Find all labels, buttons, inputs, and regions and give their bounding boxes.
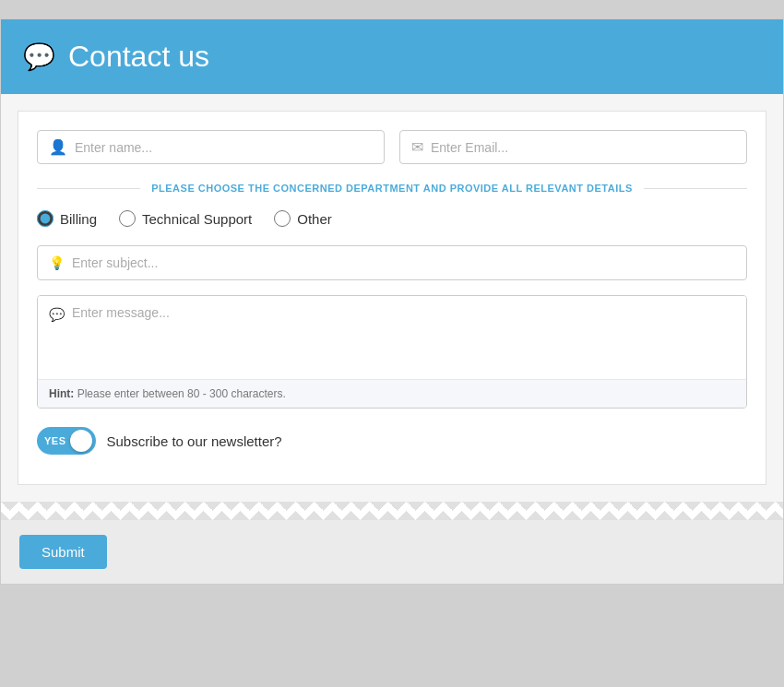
email-input-wrapper: ✉ [399,130,747,164]
hint-text: Please enter between 80 - 300 characters… [77,387,286,400]
subject-input[interactable] [72,255,735,270]
lightbulb-icon: 💡 [49,255,65,270]
zigzag-border [1,502,783,520]
toggle-yes-label: YES [44,435,66,446]
section-label: PLEASE CHOOSE THE CONCERNED DEPARTMENT A… [140,183,644,194]
divider-right [644,188,747,189]
other-radio-item[interactable]: Other [274,210,332,227]
billing-radio[interactable] [37,210,53,227]
main-content: 👤 ✉ PLEASE CHOOSE THE CONCERNED DEPARTME… [18,111,766,485]
message-textarea[interactable] [72,305,735,370]
toggle-circle [70,430,92,452]
page-wrapper: 💬 Contact us 👤 ✉ PLEASE CHOOSE THE CONCE… [0,18,784,585]
email-input[interactable] [431,140,735,155]
newsletter-toggle[interactable]: YES [37,427,96,455]
other-label: Other [297,211,332,227]
message-container: 💬 Hint: Please enter between 80 - 300 ch… [37,295,747,409]
hint-label: Hint: [49,387,74,400]
divider-left [37,188,140,189]
page-title: Contact us [68,40,209,74]
message-icon: 💬 [49,307,65,322]
chat-icon: 💬 [23,41,55,72]
technical-radio-item[interactable]: Technical Support [119,210,252,227]
newsletter-row: YES Subscribe to our newsletter? [37,427,747,455]
person-icon: 👤 [49,138,67,156]
other-radio[interactable] [274,210,291,227]
name-email-row: 👤 ✉ [37,130,747,164]
header: 💬 Contact us [1,19,783,94]
message-wrapper: 💬 [38,296,746,379]
department-radio-group: Billing Technical Support Other [37,210,747,227]
billing-label: Billing [60,211,97,227]
submit-button[interactable]: Submit [19,535,107,569]
section-label-row: PLEASE CHOOSE THE CONCERNED DEPARTMENT A… [37,183,747,194]
subject-wrapper: 💡 [37,245,747,280]
billing-radio-item[interactable]: Billing [37,210,97,227]
footer: Submit [1,520,783,584]
technical-label: Technical Support [142,211,252,227]
name-input-wrapper: 👤 [37,130,385,164]
name-input[interactable] [75,140,373,155]
hint-bar: Hint: Please enter between 80 - 300 char… [38,379,746,408]
technical-radio[interactable] [119,210,136,227]
newsletter-question: Subscribe to our newsletter? [107,433,282,449]
email-icon: ✉ [411,138,423,156]
